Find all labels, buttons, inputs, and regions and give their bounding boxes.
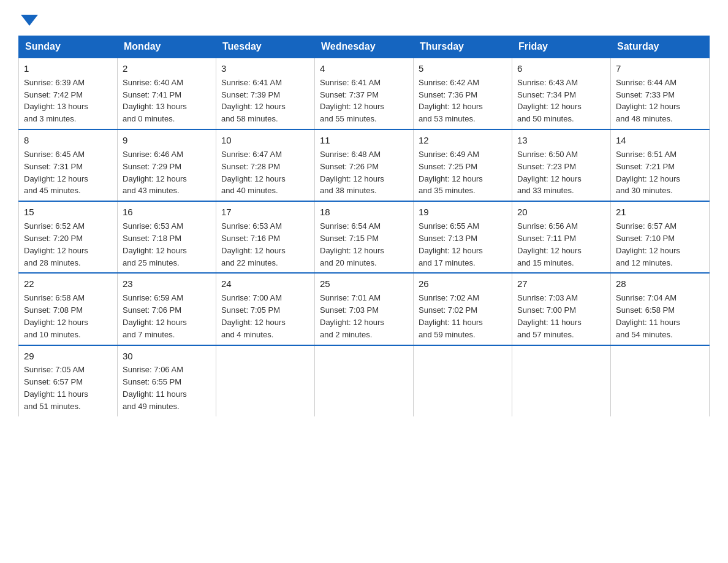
- day-number: 21: [616, 205, 704, 219]
- calendar-cell: 20Sunrise: 6:56 AMSunset: 7:11 PMDayligh…: [512, 201, 611, 273]
- day-number: 8: [24, 134, 112, 147]
- day-number: 12: [419, 134, 507, 147]
- day-info: Sunrise: 7:04 AMSunset: 6:58 PMDaylight:…: [616, 293, 680, 339]
- calendar-cell: 27Sunrise: 7:03 AMSunset: 7:00 PMDayligh…: [512, 273, 611, 345]
- day-number: 9: [123, 134, 211, 147]
- calendar-cell: 12Sunrise: 6:49 AMSunset: 7:25 PMDayligh…: [414, 129, 512, 201]
- day-info: Sunrise: 6:43 AMSunset: 7:34 PMDaylight:…: [517, 78, 582, 124]
- calendar-cell: 25Sunrise: 7:01 AMSunset: 7:03 PMDayligh…: [315, 273, 414, 345]
- weekday-header-sunday: Sunday: [19, 36, 118, 58]
- calendar-cell: 10Sunrise: 6:47 AMSunset: 7:28 PMDayligh…: [216, 129, 315, 201]
- calendar-cell: [414, 345, 512, 416]
- day-info: Sunrise: 6:49 AMSunset: 7:25 PMDaylight:…: [419, 150, 483, 196]
- calendar-cell: 29Sunrise: 7:05 AMSunset: 6:57 PMDayligh…: [19, 345, 118, 416]
- calendar-cell: 19Sunrise: 6:55 AMSunset: 7:13 PMDayligh…: [414, 201, 512, 273]
- day-info: Sunrise: 6:45 AMSunset: 7:31 PMDaylight:…: [24, 150, 88, 196]
- day-info: Sunrise: 6:48 AMSunset: 7:26 PMDaylight:…: [320, 150, 384, 196]
- logo-triangle-icon: [21, 15, 38, 26]
- day-number: 29: [24, 350, 112, 363]
- day-info: Sunrise: 6:53 AMSunset: 7:18 PMDaylight:…: [123, 221, 187, 267]
- calendar-cell: 11Sunrise: 6:48 AMSunset: 7:26 PMDayligh…: [315, 129, 414, 201]
- day-number: 18: [320, 205, 408, 219]
- day-info: Sunrise: 6:56 AMSunset: 7:11 PMDaylight:…: [517, 221, 582, 267]
- day-number: 4: [320, 62, 408, 75]
- weekday-header-friday: Friday: [512, 36, 611, 58]
- day-info: Sunrise: 6:57 AMSunset: 7:10 PMDaylight:…: [616, 221, 680, 267]
- weekday-header-thursday: Thursday: [414, 36, 512, 58]
- day-info: Sunrise: 7:03 AMSunset: 7:00 PMDaylight:…: [517, 293, 582, 339]
- day-info: Sunrise: 6:59 AMSunset: 7:06 PMDaylight:…: [123, 293, 187, 339]
- calendar-cell: [216, 345, 315, 416]
- day-number: 5: [419, 62, 507, 75]
- day-number: 19: [419, 205, 507, 219]
- day-info: Sunrise: 7:00 AMSunset: 7:05 PMDaylight:…: [221, 293, 286, 339]
- day-number: 14: [616, 134, 704, 147]
- day-info: Sunrise: 6:50 AMSunset: 7:23 PMDaylight:…: [517, 150, 582, 196]
- day-info: Sunrise: 6:53 AMSunset: 7:16 PMDaylight:…: [221, 221, 286, 267]
- calendar-cell: 28Sunrise: 7:04 AMSunset: 6:58 PMDayligh…: [611, 273, 710, 345]
- calendar-cell: 16Sunrise: 6:53 AMSunset: 7:18 PMDayligh…: [118, 201, 216, 273]
- day-number: 26: [419, 277, 507, 291]
- day-info: Sunrise: 6:41 AMSunset: 7:39 PMDaylight:…: [221, 78, 286, 124]
- calendar-cell: 18Sunrise: 6:54 AMSunset: 7:15 PMDayligh…: [315, 201, 414, 273]
- day-number: 16: [123, 205, 211, 219]
- calendar-cell: 2Sunrise: 6:40 AMSunset: 7:41 PMDaylight…: [118, 58, 216, 129]
- calendar-cell: 13Sunrise: 6:50 AMSunset: 7:23 PMDayligh…: [512, 129, 611, 201]
- calendar-cell: 21Sunrise: 6:57 AMSunset: 7:10 PMDayligh…: [611, 201, 710, 273]
- calendar-cell: 14Sunrise: 6:51 AMSunset: 7:21 PMDayligh…: [611, 129, 710, 201]
- day-number: 11: [320, 134, 408, 147]
- day-info: Sunrise: 6:40 AMSunset: 7:41 PMDaylight:…: [123, 78, 187, 124]
- calendar-week-row: 22Sunrise: 6:58 AMSunset: 7:08 PMDayligh…: [19, 273, 710, 345]
- calendar-week-row: 15Sunrise: 6:52 AMSunset: 7:20 PMDayligh…: [19, 201, 710, 273]
- day-number: 3: [221, 62, 309, 75]
- calendar-cell: 3Sunrise: 6:41 AMSunset: 7:39 PMDaylight…: [216, 58, 315, 129]
- day-number: 23: [123, 277, 211, 291]
- day-info: Sunrise: 6:44 AMSunset: 7:33 PMDaylight:…: [616, 78, 680, 124]
- day-info: Sunrise: 6:46 AMSunset: 7:29 PMDaylight:…: [123, 150, 187, 196]
- day-info: Sunrise: 6:39 AMSunset: 7:42 PMDaylight:…: [24, 78, 88, 124]
- day-number: 17: [221, 205, 309, 219]
- weekday-header-tuesday: Tuesday: [216, 36, 315, 58]
- day-info: Sunrise: 6:47 AMSunset: 7:28 PMDaylight:…: [221, 150, 286, 196]
- day-info: Sunrise: 6:55 AMSunset: 7:13 PMDaylight:…: [419, 221, 483, 267]
- day-number: 6: [517, 62, 605, 75]
- day-number: 10: [221, 134, 309, 147]
- calendar-cell: 4Sunrise: 6:41 AMSunset: 7:37 PMDaylight…: [315, 58, 414, 129]
- day-number: 7: [616, 62, 704, 75]
- calendar-cell: 17Sunrise: 6:53 AMSunset: 7:16 PMDayligh…: [216, 201, 315, 273]
- calendar-cell: 26Sunrise: 7:02 AMSunset: 7:02 PMDayligh…: [414, 273, 512, 345]
- calendar-cell: 9Sunrise: 6:46 AMSunset: 7:29 PMDaylight…: [118, 129, 216, 201]
- weekday-header-row: SundayMondayTuesdayWednesdayThursdayFrid…: [19, 36, 710, 58]
- day-number: 20: [517, 205, 605, 219]
- day-number: 27: [517, 277, 605, 291]
- weekday-header-wednesday: Wednesday: [315, 36, 414, 58]
- day-info: Sunrise: 7:02 AMSunset: 7:02 PMDaylight:…: [419, 293, 483, 339]
- calendar-week-row: 1Sunrise: 6:39 AMSunset: 7:42 PMDaylight…: [19, 58, 710, 129]
- logo-general: [18, 12, 38, 26]
- day-info: Sunrise: 6:58 AMSunset: 7:08 PMDaylight:…: [24, 293, 88, 339]
- day-number: 24: [221, 277, 309, 291]
- calendar-cell: 15Sunrise: 6:52 AMSunset: 7:20 PMDayligh…: [19, 201, 118, 273]
- day-number: 25: [320, 277, 408, 291]
- calendar-cell: 6Sunrise: 6:43 AMSunset: 7:34 PMDaylight…: [512, 58, 611, 129]
- calendar-cell: 22Sunrise: 6:58 AMSunset: 7:08 PMDayligh…: [19, 273, 118, 345]
- day-number: 15: [24, 205, 112, 219]
- day-number: 30: [123, 350, 211, 363]
- day-info: Sunrise: 6:51 AMSunset: 7:21 PMDaylight:…: [616, 150, 680, 196]
- calendar-cell: 1Sunrise: 6:39 AMSunset: 7:42 PMDaylight…: [19, 58, 118, 129]
- day-info: Sunrise: 6:52 AMSunset: 7:20 PMDaylight:…: [24, 221, 88, 267]
- calendar-cell: 30Sunrise: 7:06 AMSunset: 6:55 PMDayligh…: [118, 345, 216, 416]
- day-number: 22: [24, 277, 112, 291]
- day-number: 1: [24, 62, 112, 75]
- calendar-cell: 5Sunrise: 6:42 AMSunset: 7:36 PMDaylight…: [414, 58, 512, 129]
- calendar-cell: [512, 345, 611, 416]
- day-info: Sunrise: 7:01 AMSunset: 7:03 PMDaylight:…: [320, 293, 384, 339]
- weekday-header-monday: Monday: [118, 36, 216, 58]
- calendar-cell: 24Sunrise: 7:00 AMSunset: 7:05 PMDayligh…: [216, 273, 315, 345]
- page-header: [18, 12, 710, 25]
- calendar-cell: [611, 345, 710, 416]
- day-number: 13: [517, 134, 605, 147]
- calendar-cell: 23Sunrise: 6:59 AMSunset: 7:06 PMDayligh…: [118, 273, 216, 345]
- day-info: Sunrise: 6:42 AMSunset: 7:36 PMDaylight:…: [419, 78, 483, 124]
- day-info: Sunrise: 6:41 AMSunset: 7:37 PMDaylight:…: [320, 78, 384, 124]
